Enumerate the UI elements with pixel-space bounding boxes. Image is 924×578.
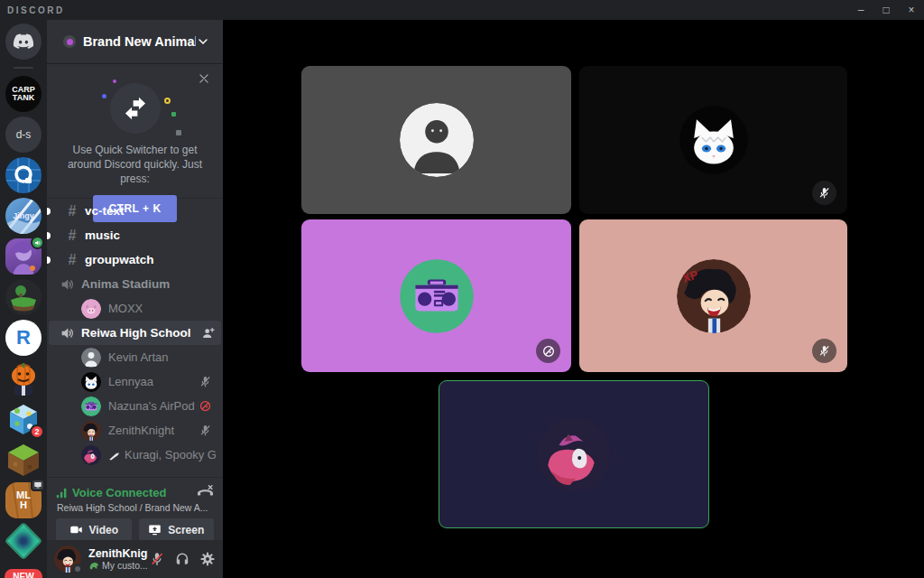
voice-member-nazuna[interactable]: Nazuna's AirPod [--] — [47, 394, 223, 418]
settings-gear-icon[interactable] — [199, 551, 216, 568]
unread-indicator — [47, 256, 51, 264]
user-panel: ZenithKnight My custo... — [47, 540, 223, 578]
video-disabled-icon — [199, 399, 212, 413]
hash-icon: # — [63, 228, 81, 244]
chevron-down-icon — [196, 34, 210, 49]
custom-status-text: My custo... — [102, 560, 148, 572]
slashed-circle-icon — [541, 344, 556, 359]
maximize-button[interactable]: □ — [873, 0, 899, 20]
minimize-button[interactable]: – — [848, 0, 873, 20]
custom-status-emoji — [88, 560, 99, 571]
server-gift-cube[interactable]: 2 — [5, 401, 42, 437]
confetti-dot — [113, 79, 116, 83]
speaker-icon — [34, 239, 42, 247]
voice-member-lennyaa[interactable]: Lennyaa — [47, 369, 223, 394]
channel-sidebar: Brand New Animal Use Quick S — [47, 20, 223, 578]
mention-count-badge: 2 — [30, 424, 44, 439]
server-art — [8, 282, 39, 312]
participant-avatar-pink-fox — [537, 417, 611, 491]
quick-switcher-card: Use Quick Switcher to get around Discord… — [47, 63, 223, 199]
quick-switcher-art — [104, 81, 167, 137]
rail-divider — [14, 67, 33, 69]
server-header[interactable]: Brand New Animal — [47, 20, 223, 63]
confetti-dot — [102, 94, 106, 98]
signal-strength-icon — [56, 487, 68, 499]
deafen-icon[interactable] — [173, 551, 190, 568]
swap-arrows-icon — [110, 83, 161, 134]
status-indicator — [72, 564, 83, 574]
video-tile-3[interactable] — [301, 219, 571, 372]
participant-avatar-boombox — [400, 259, 474, 333]
video-tile-4[interactable]: XP — [579, 219, 847, 372]
avatar — [81, 348, 101, 368]
server-carp-tank[interactable]: CARP TANK — [5, 76, 42, 112]
camera-icon — [69, 523, 83, 536]
mic-muted-icon — [818, 186, 831, 200]
voice-status-panel: Voice Connected Reiwa High School / Bran… — [47, 477, 223, 540]
confetti-ring — [164, 98, 171, 104]
server-name: Brand New Animal — [83, 34, 196, 49]
titlebar: DISCORD – □ × — [0, 0, 924, 20]
channel-vc-text[interactable]: # vc-text — [47, 199, 223, 223]
hash-icon: # — [63, 252, 81, 268]
avatar — [81, 421, 101, 441]
voice-activity-badge — [31, 236, 44, 249]
speaker-icon — [60, 276, 76, 293]
server-pumpkin[interactable] — [5, 360, 42, 396]
server-grass-island[interactable] — [5, 279, 42, 315]
screen-share-icon — [148, 523, 162, 536]
close-icon[interactable] — [196, 70, 212, 87]
video-tile-5-speaking[interactable] — [439, 380, 709, 528]
server-art — [6, 443, 41, 477]
voice-connected-label: Voice Connected — [72, 486, 197, 499]
channel-music[interactable]: # music — [47, 223, 223, 247]
voice-member-moxx[interactable]: MOXX — [47, 296, 223, 321]
close-button[interactable]: × — [899, 0, 924, 20]
new-badge: NEW — [5, 569, 42, 578]
mic-muted-icon — [199, 424, 212, 437]
invite-people-icon[interactable] — [201, 326, 216, 340]
call-stage: XP — [223, 20, 924, 578]
server-jingy[interactable]: Jingy — [5, 198, 42, 234]
voice-member-kevin-artan[interactable]: Kevin Artan — [47, 345, 223, 369]
voice-channel-anima-stadium[interactable]: Anima Stadium — [49, 272, 221, 296]
avatar — [81, 396, 101, 416]
voice-channel-reiwa-high-school[interactable]: Reiwa High School — [49, 321, 221, 345]
mic-muted-icon — [199, 375, 212, 388]
unread-indicator — [47, 208, 51, 215]
monitor-icon — [33, 480, 42, 489]
mic-muted-badge — [812, 339, 836, 363]
mic-muted-icon — [818, 344, 831, 358]
server-mlh[interactable]: ML H — [5, 482, 42, 518]
server-minecraft[interactable] — [5, 442, 42, 478]
home-button[interactable] — [5, 23, 42, 60]
server-art — [6, 361, 41, 396]
server-diamond[interactable] — [5, 523, 42, 559]
server-blue-grid[interactable] — [5, 157, 42, 193]
avatar-art-text: XP — [677, 259, 751, 333]
server-r[interactable]: R — [5, 320, 42, 356]
server-anime[interactable] — [5, 238, 42, 275]
user-avatar[interactable] — [54, 545, 81, 573]
mic-muted-badge — [812, 181, 836, 205]
screen-share-button[interactable]: Screen — [139, 518, 215, 541]
video-tile-2[interactable] — [579, 66, 847, 214]
server-rail: CARP TANK d-s Jingy — [0, 20, 47, 578]
confetti-dot — [176, 130, 181, 135]
disconnect-call-icon[interactable] — [197, 484, 214, 501]
hash-icon: # — [63, 203, 81, 219]
mic-muted-icon[interactable] — [148, 551, 165, 568]
channel-groupwatch[interactable]: # groupwatch — [47, 247, 223, 272]
discord-window: DISCORD – □ × CARP TANK d-s — [0, 0, 924, 578]
discord-wordmark: DISCORD — [7, 5, 65, 15]
participant-avatar-laughing-boy: XP — [677, 259, 751, 333]
server-d-s[interactable]: d-s — [5, 117, 42, 153]
voice-member-zenithknight[interactable]: ZenithKnight — [47, 418, 223, 443]
video-tile-1[interactable] — [301, 66, 571, 214]
channel-list: # vc-text # music # groupwatch Anima Sta… — [47, 199, 223, 477]
voice-member-kuragi[interactable]: Kuragi, Spooky God o... — [47, 443, 223, 467]
video-button[interactable]: Video — [56, 518, 132, 541]
avatar — [81, 299, 101, 319]
speaker-icon — [60, 325, 76, 341]
participant-avatar-white-cat — [679, 106, 748, 174]
